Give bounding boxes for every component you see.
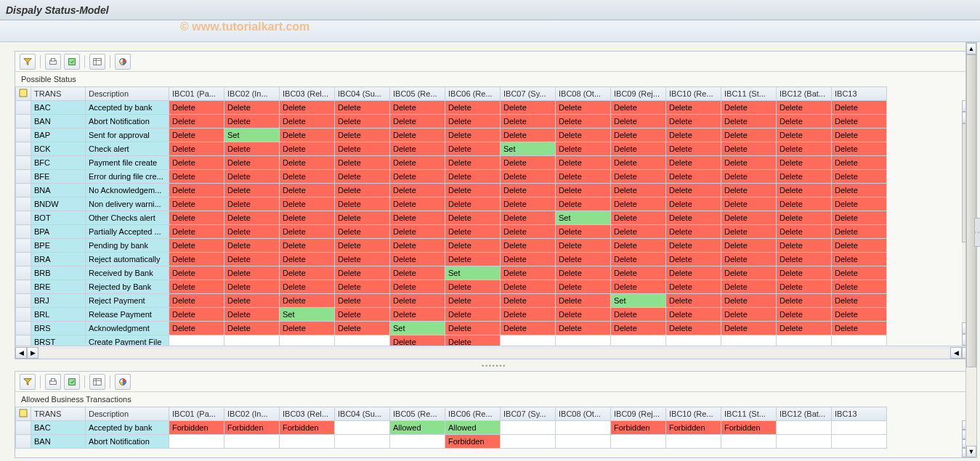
col-header-ibc11[interactable]: IBC11 (St... [721,87,777,101]
cell-status[interactable]: Delete [390,335,445,346]
cell-status[interactable]: Delete [335,308,390,322]
cell-status[interactable]: Delete [832,239,887,253]
table-row[interactable]: BRSAcknowledgmentDeleteDeleteDeleteDelet… [16,322,887,335]
cell-status[interactable]: Delete [556,101,611,115]
cell-status[interactable]: Delete [721,197,777,211]
cell-status[interactable]: Delete [390,115,445,128]
cell-status[interactable]: Delete [224,184,280,197]
splitter[interactable]: ▪▪▪▪▪▪▪ [15,362,974,368]
cell-status[interactable]: Delete [169,280,224,294]
table-row[interactable]: BAPSent for approvalDeleteSetDeleteDelet… [16,128,887,142]
cell-status[interactable]: Delete [501,101,556,115]
cell-status[interactable] [280,435,335,449]
graphic-button[interactable] [115,54,131,70]
cell-description[interactable]: Create Payment File [86,335,169,346]
cell-status[interactable]: Delete [280,211,335,225]
cell-status[interactable] [832,421,887,435]
cell-status[interactable]: Delete [832,156,887,170]
cell-status[interactable]: Delete [335,128,390,142]
cell-status[interactable]: Delete [501,280,556,294]
cell-status[interactable]: Delete [335,184,390,197]
cell-status[interactable]: Delete [390,156,445,170]
col-header-ibc10[interactable]: IBC10 (Re... [666,87,721,101]
cell-description[interactable]: Abort Notification [86,435,169,449]
cell-status[interactable]: Delete [611,211,666,225]
cell-description[interactable]: Accepted by bank [86,421,169,435]
cell-status[interactable]: Delete [390,239,445,253]
cell-status[interactable]: Delete [832,225,887,239]
cell-status[interactable]: Delete [501,128,556,142]
cell-status[interactable]: Delete [224,322,280,335]
col-header-desc[interactable]: Description [86,407,169,421]
cell-status[interactable]: Delete [556,239,611,253]
cell-status[interactable]: Delete [224,156,280,170]
cell-trans[interactable]: BRA [31,253,86,266]
cell-trans[interactable]: BAC [31,421,86,435]
cell-status[interactable] [777,435,832,449]
row-selector[interactable] [16,156,31,170]
scroll-left-icon[interactable]: ◀ [15,347,27,359]
row-selector[interactable] [16,435,31,449]
cell-status[interactable]: Delete [169,101,224,115]
cell-status[interactable]: Delete [280,253,335,266]
cell-trans[interactable]: BNDW [31,197,86,211]
cell-status[interactable]: Delete [224,253,280,266]
cell-status[interactable]: Delete [666,294,721,308]
cell-status[interactable] [280,335,335,346]
scroll-down-icon[interactable]: ▼ [966,446,976,457]
cell-status[interactable]: Delete [832,294,887,308]
col-header-ibc04[interactable]: IBC04 (Su... [335,407,390,421]
cell-status[interactable]: Delete [721,184,777,197]
cell-status[interactable]: Delete [280,184,335,197]
cell-description[interactable]: Reject Payment [86,294,169,308]
col-header-ibc04[interactable]: IBC04 (Su... [335,87,390,101]
table-row[interactable]: BPAPartially Accepted ...DeleteDeleteDel… [16,225,887,239]
cell-status[interactable]: Delete [777,322,832,335]
table-row[interactable]: BFEError during file cre...DeleteDeleteD… [16,170,887,184]
cell-status[interactable]: Delete [556,170,611,184]
cell-status[interactable] [611,335,666,346]
cell-status[interactable] [556,435,611,449]
cell-status[interactable]: Delete [280,115,335,128]
row-selector[interactable] [16,294,31,308]
cell-status[interactable]: Delete [224,142,280,156]
cell-status[interactable] [335,435,390,449]
table-row[interactable]: BNDWNon delivery warni...DeleteDeleteDel… [16,197,887,211]
cell-status[interactable]: Delete [445,294,501,308]
cell-status[interactable]: Delete [611,115,666,128]
cell-status[interactable]: Delete [721,294,777,308]
cell-status[interactable]: Delete [390,280,445,294]
cell-status[interactable]: Delete [224,170,280,184]
cell-status[interactable]: Delete [169,170,224,184]
cell-status[interactable]: Delete [445,322,501,335]
cell-status[interactable]: Delete [445,239,501,253]
cell-status[interactable]: Delete [556,184,611,197]
col-header-desc[interactable]: Description [86,87,169,101]
cell-status[interactable]: Delete [335,225,390,239]
cell-status[interactable]: Delete [611,266,666,280]
col-header-ibc07[interactable]: IBC07 (Sy... [501,407,556,421]
table-row[interactable]: BACAccepted by bankDeleteDeleteDeleteDel… [16,101,887,115]
table-row[interactable]: BCKCheck alertDeleteDeleteDeleteDeleteDe… [16,142,887,156]
cell-status[interactable]: Delete [666,170,721,184]
cell-status[interactable]: Delete [445,184,501,197]
col-header-ibc03[interactable]: IBC03 (Rel... [280,87,335,101]
grid-scroll-bottom[interactable]: TRANSDescriptionIBC01 (Pa...IBC02 (In...… [15,407,973,457]
row-selector[interactable] [16,211,31,225]
col-header-ibc08[interactable]: IBC08 (Ot... [556,407,611,421]
table-row[interactable]: BNANo Acknowledgem...DeleteDeleteDeleteD… [16,184,887,197]
cell-status[interactable]: Delete [832,211,887,225]
cell-trans[interactable]: BAN [31,435,86,449]
cell-status[interactable]: Delete [390,253,445,266]
cell-trans[interactable]: BRJ [31,294,86,308]
cell-status[interactable]: Delete [832,170,887,184]
col-header-ibc03[interactable]: IBC03 (Rel... [280,407,335,421]
cell-status[interactable]: Allowed [445,421,501,435]
cell-status[interactable]: Delete [556,294,611,308]
cell-status[interactable]: Delete [666,253,721,266]
cell-status[interactable]: Set [501,142,556,156]
cell-status[interactable]: Delete [556,253,611,266]
cell-status[interactable]: Delete [666,308,721,322]
cell-status[interactable]: Delete [224,197,280,211]
cell-status[interactable]: Delete [335,280,390,294]
